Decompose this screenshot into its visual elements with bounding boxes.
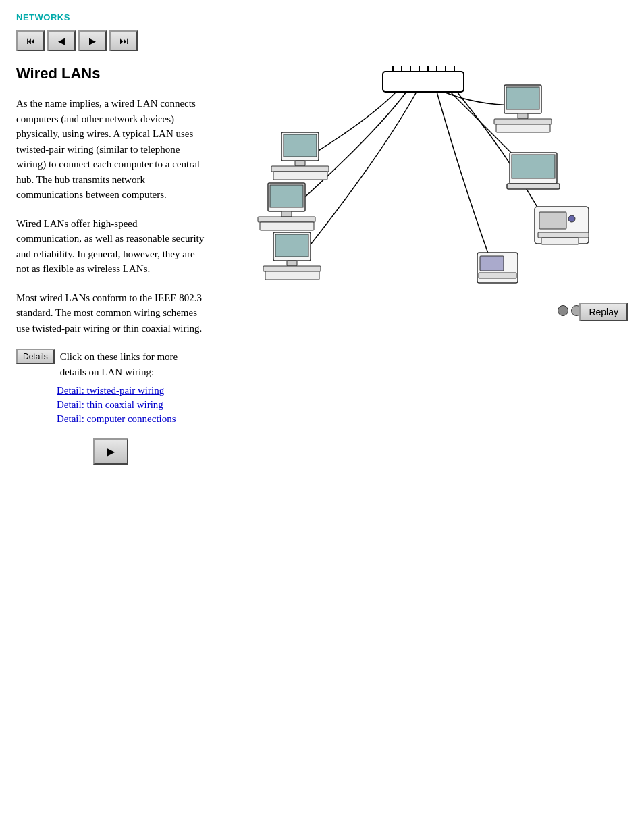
diagram-section: Replay xyxy=(219,65,628,465)
replay-button[interactable]: Replay xyxy=(579,303,628,321)
details-section: Details Click on these links for more de… xyxy=(16,349,205,380)
svg-rect-10 xyxy=(284,134,317,157)
svg-rect-25 xyxy=(506,87,539,109)
svg-rect-40 xyxy=(479,273,516,278)
svg-rect-12 xyxy=(271,166,329,172)
svg-rect-22 xyxy=(263,266,321,271)
svg-rect-31 xyxy=(507,184,560,189)
paragraph-1: As the name implies, a wired LAN connect… xyxy=(16,96,205,203)
svg-rect-26 xyxy=(518,113,528,119)
svg-rect-27 xyxy=(494,119,552,124)
link-coaxial[interactable]: Detail: thin coaxial wiring xyxy=(57,399,205,411)
left-column: Wired LANs As the name implies, a wired … xyxy=(16,65,205,465)
svg-rect-18 xyxy=(260,222,314,230)
play-next-button[interactable]: ▶ xyxy=(93,438,128,465)
svg-rect-15 xyxy=(270,185,303,207)
first-button[interactable]: ⏮ xyxy=(16,30,45,51)
network-diagram: Replay xyxy=(219,65,628,321)
svg-rect-17 xyxy=(258,217,315,222)
svg-rect-35 xyxy=(538,232,589,238)
svg-rect-11 xyxy=(295,161,305,166)
svg-rect-36 xyxy=(541,238,579,244)
link-twisted-pair[interactable]: Detail: twisted-pair wiring xyxy=(57,385,205,396)
paragraph-3: Most wired LANs conform to the IEEE 802.… xyxy=(16,290,205,336)
details-button[interactable]: Details xyxy=(16,349,55,364)
svg-rect-16 xyxy=(281,211,292,217)
paragraph-2: Wired LANs offer high-speed communicatio… xyxy=(16,216,205,277)
svg-rect-39 xyxy=(480,256,504,271)
link-computer-connections[interactable]: Detail: computer connections xyxy=(57,413,205,425)
svg-rect-21 xyxy=(287,261,297,266)
svg-rect-20 xyxy=(275,234,308,257)
svg-point-37 xyxy=(568,215,575,222)
prev-button[interactable]: ◀ xyxy=(47,30,76,51)
svg-rect-28 xyxy=(496,124,550,132)
page-category: NETWORKS xyxy=(16,12,628,22)
section-title: Wired LANs xyxy=(16,65,205,82)
next-button[interactable]: ▶ xyxy=(78,30,107,51)
bottom-navigation: ▶ xyxy=(16,438,205,465)
svg-rect-30 xyxy=(512,155,555,178)
svg-rect-23 xyxy=(265,271,319,280)
diagram-svg xyxy=(219,65,628,321)
links-list: Detail: twisted-pair wiring Detail: thin… xyxy=(57,385,205,425)
last-button[interactable]: ⏭ xyxy=(109,30,138,51)
details-prompt: Click on these links for more details on… xyxy=(60,349,205,380)
svg-rect-13 xyxy=(273,172,327,180)
svg-rect-34 xyxy=(539,212,566,229)
svg-rect-0 xyxy=(383,72,464,92)
content-area: Wired LANs As the name implies, a wired … xyxy=(16,65,628,465)
dot-1 xyxy=(558,305,568,316)
navigation-controls: ⏮ ◀ ▶ ⏭ xyxy=(16,30,628,51)
